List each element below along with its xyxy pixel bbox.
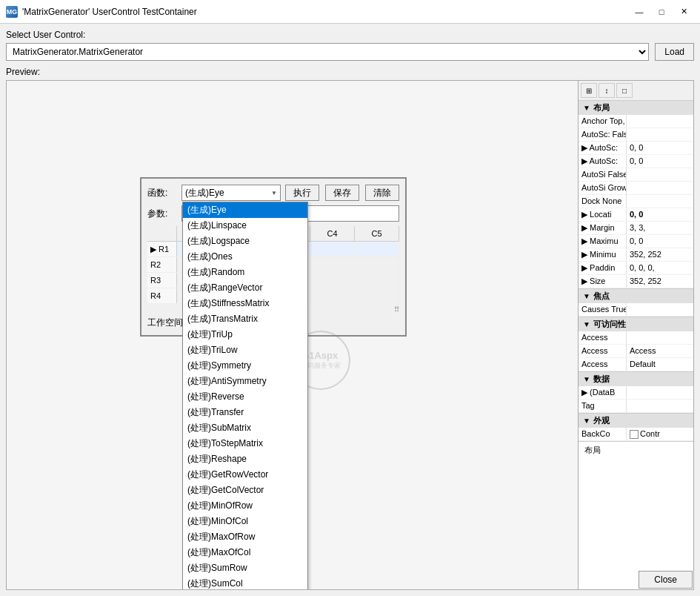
list-item[interactable]: (处理)GetRowVector	[183, 467, 307, 483]
props-row-backco: BackCo Contr	[579, 428, 693, 441]
cell-r3-c5[interactable]	[355, 273, 399, 288]
list-item[interactable]: (生成)StiffnessMatrix	[183, 296, 307, 311]
col-header-c4: C4	[310, 226, 355, 241]
props-page-btn[interactable]: □	[616, 83, 633, 98]
list-item[interactable]: (处理)SumRow	[183, 560, 307, 576]
function-dropdown[interactable]: (生成)Eye ▼ (生成)Eye(生成)Linspace(生成)Logspac…	[181, 185, 281, 201]
cell-r1-c4[interactable]	[310, 242, 355, 256]
prop-value-autosi2[interactable]	[627, 182, 693, 194]
window-close-button[interactable]: ✕	[673, 4, 694, 20]
load-button[interactable]: Load	[655, 43, 694, 61]
prop-expand-paddin[interactable]: ▶ Paddin	[579, 262, 627, 274]
prop-name-access2: Access	[579, 345, 627, 357]
cell-r4-c5[interactable]	[355, 288, 399, 303]
list-item[interactable]: (生成)Eye	[183, 202, 307, 218]
cell-r2-c4[interactable]	[310, 257, 355, 272]
prop-value-size[interactable]: 352, 252	[627, 275, 693, 288]
cell-r3-c4[interactable]	[310, 273, 355, 288]
save-button[interactable]: 保存	[325, 185, 359, 201]
props-section-appearance-header[interactable]: ▼ 外观	[579, 414, 693, 428]
prop-value-datab[interactable]	[627, 386, 693, 399]
list-item[interactable]: (处理)TriUp	[183, 327, 307, 342]
prop-value-minimu[interactable]: 352, 252	[627, 248, 693, 261]
list-item[interactable]: (处理)SumCol	[183, 576, 307, 589]
cell-r1-c5[interactable]	[355, 242, 399, 256]
prop-value-backco[interactable]: Contr	[627, 428, 693, 440]
props-section-access-header[interactable]: ▼ 可访问性	[579, 317, 693, 331]
props-section-layout-header[interactable]: ▼ 布局	[579, 101, 693, 115]
list-item[interactable]: (生成)RangeVector	[183, 280, 307, 296]
props-grid-btn[interactable]: ⊞	[581, 83, 597, 98]
prop-expand-maximu[interactable]: ▶ Maximu	[579, 235, 627, 248]
prop-expand-datab[interactable]: ▶ (DataB	[579, 386, 627, 399]
props-sort-btn[interactable]: ↕	[599, 83, 615, 98]
prop-value-autosi1[interactable]	[627, 168, 693, 181]
prop-value-paddin[interactable]: 0, 0, 0,	[627, 262, 693, 274]
props-row-locati: ▶ Locati 0, 0	[579, 208, 693, 222]
prop-value-access2[interactable]: Access	[627, 345, 693, 357]
row-header-r3: R3	[147, 273, 177, 288]
prop-value-autosc3[interactable]: 0, 0	[627, 155, 693, 168]
list-item[interactable]: (生成)Random	[183, 265, 307, 280]
clear-button[interactable]: 清除	[365, 185, 399, 201]
minimize-button[interactable]: —	[629, 4, 650, 20]
window-controls: — □ ✕	[629, 4, 694, 20]
prop-expand-autosc3[interactable]: ▶ AutoSc:	[579, 155, 627, 168]
list-item[interactable]: (处理)AntiSymmetry	[183, 374, 307, 389]
prop-value-margin[interactable]: 3, 3,	[627, 222, 693, 234]
maximize-button[interactable]: □	[651, 4, 672, 20]
props-row-minimu: ▶ Minimu 352, 252	[579, 248, 693, 262]
cell-r4-c4[interactable]	[310, 288, 355, 303]
props-row-autosi2: AutoSi GrowOnly	[579, 182, 693, 195]
list-item[interactable]: (生成)Logspace	[183, 234, 307, 249]
list-item[interactable]: (处理)MinOfRow	[183, 498, 307, 514]
prop-value-maximu[interactable]: 0, 0	[627, 235, 693, 248]
list-item[interactable]: (处理)MinOfCol	[183, 514, 307, 529]
list-item[interactable]: (处理)MaxOfRow	[183, 529, 307, 545]
control-dropdown[interactable]: MatrixGenerator.MatrixGenerator	[6, 43, 649, 61]
props-section-data-header[interactable]: ▼ 数据	[579, 372, 693, 386]
function-value: (生成)Eye	[185, 187, 224, 199]
prop-expand-size[interactable]: ▶ Size	[579, 275, 627, 288]
list-item[interactable]: (处理)Reshape	[183, 451, 307, 467]
form-container: 函数: (生成)Eye ▼ (生成)Eye(生成)Linspace(生成)Log…	[140, 177, 407, 337]
section-data-title: 数据	[593, 374, 610, 385]
prop-value-causes[interactable]	[627, 303, 693, 316]
list-item[interactable]: (处理)Transfer	[183, 405, 307, 420]
list-item[interactable]: (处理)MaxOfCol	[183, 545, 307, 560]
col-header-c5: C5	[355, 226, 399, 241]
list-item[interactable]: (处理)ToStepMatrix	[183, 436, 307, 451]
props-section-focus-header[interactable]: ▼ 焦点	[579, 289, 693, 303]
list-item[interactable]: (处理)Reverse	[183, 389, 307, 405]
list-item[interactable]: (处理)SubMatrix	[183, 420, 307, 436]
list-item[interactable]: (生成)TransMatrix	[183, 311, 307, 327]
props-row-autosc2: ▶ AutoSc: 0, 0	[579, 142, 693, 155]
cell-r2-c5[interactable]	[355, 257, 399, 272]
prop-expand-margin[interactable]: ▶ Margin	[579, 222, 627, 234]
prop-expand-autosc2[interactable]: ▶ AutoSc:	[579, 142, 627, 154]
preview-panel: 函数: (生成)Eye ▼ (生成)Eye(生成)Linspace(生成)Log…	[7, 81, 579, 589]
list-item[interactable]: (处理)Symmetry	[183, 358, 307, 374]
prop-value-tag[interactable]	[627, 400, 693, 412]
prop-value-anchor[interactable]	[627, 115, 693, 128]
list-item[interactable]: (处理)TriLow	[183, 342, 307, 358]
properties-panel: ⊞ ↕ □ ▼ 布局 Anchor Top, Left AutoSc: Fals…	[579, 81, 693, 589]
expand-icon-access: ▼	[583, 320, 590, 328]
prop-value-access1[interactable]	[627, 331, 693, 344]
function-dropdown-list[interactable]: (生成)Eye(生成)Linspace(生成)Logspace(生成)Ones(…	[182, 202, 308, 589]
prop-value-autosc1[interactable]	[627, 128, 693, 141]
list-item[interactable]: (生成)Linspace	[183, 218, 307, 234]
prop-expand-locati[interactable]: ▶ Locati	[579, 208, 627, 221]
props-row-access1: Access	[579, 331, 693, 345]
list-item[interactable]: (处理)GetColVector	[183, 483, 307, 498]
execute-button[interactable]: 执行	[285, 185, 319, 201]
prop-expand-minimu[interactable]: ▶ Minimu	[579, 248, 627, 261]
control-select-row: MatrixGenerator.MatrixGenerator Load	[6, 43, 694, 61]
prop-value-dock[interactable]	[627, 195, 693, 208]
prop-value-locati[interactable]: 0, 0	[627, 208, 693, 221]
close-button[interactable]: Close	[639, 571, 693, 589]
prop-value-access3[interactable]: Default	[627, 358, 693, 371]
list-item[interactable]: (生成)Ones	[183, 249, 307, 265]
props-row-datab: ▶ (DataB	[579, 386, 693, 400]
prop-value-autosc2[interactable]: 0, 0	[627, 142, 693, 154]
